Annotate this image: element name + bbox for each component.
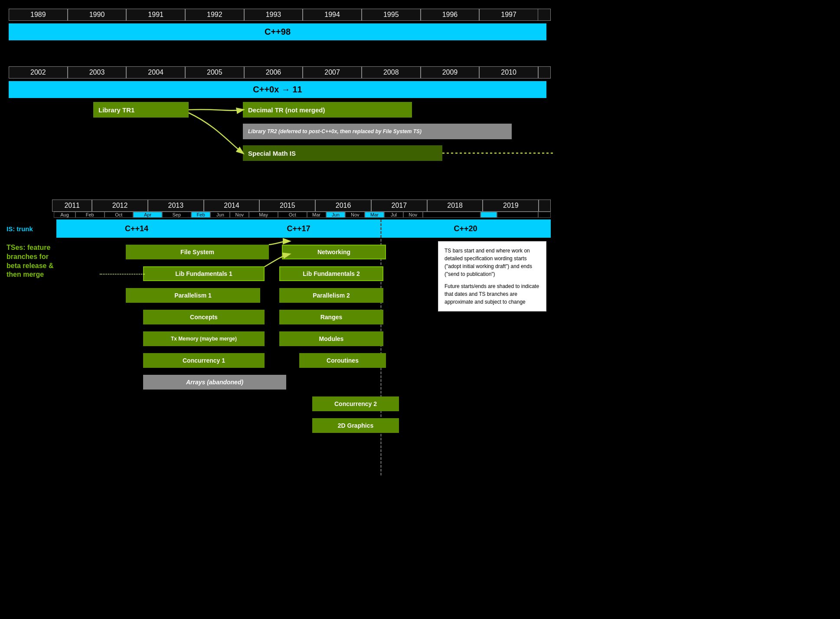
month-feb-2014: Feb: [191, 212, 211, 218]
month-apr-2013: Apr: [133, 212, 162, 218]
month-nov-2016: Nov: [345, 212, 365, 218]
month-jul-2017: Jul: [384, 212, 403, 218]
year-1997: 1997: [479, 9, 538, 21]
coroutines-bar: Coroutines: [299, 353, 386, 368]
year-2019: 2019: [483, 200, 539, 212]
month-sep-2013: Sep: [162, 212, 191, 218]
year-2015: 2015: [259, 200, 315, 212]
year-overflow: [538, 9, 551, 21]
year-1996: 1996: [421, 9, 480, 21]
month-spacer: [4, 212, 54, 218]
section2: 2002 2003 2004 2005 2006 2007 2008 2009 …: [4, 62, 551, 178]
month-mar-2016: Mar: [307, 212, 326, 218]
month-jun-2014: Jun: [210, 212, 230, 218]
year-2013: 2013: [148, 200, 204, 212]
year-2012: 2012: [92, 200, 148, 212]
library-tr1-bar: Library TR1: [93, 102, 189, 118]
legend-box: TS bars start and end where work on deta…: [438, 241, 546, 311]
cpp17-bar: C++17: [217, 219, 380, 238]
year-2018: 2018: [427, 200, 483, 212]
year-2007: 2007: [303, 66, 362, 79]
month-feb-2012: Feb: [75, 212, 105, 218]
section1: 1989 1990 1991 1992 1993 1994 1995 1996 …: [4, 4, 551, 45]
arrays-bar: Arrays (abandoned): [143, 375, 286, 390]
ts-label: TSes: feature branches for beta release …: [4, 241, 56, 471]
library-tr2-bar: Library TR2 (deferred to post-C++0x, the…: [243, 124, 512, 139]
month-nov-2014: Nov: [230, 212, 249, 218]
dotted-line-libfund: [100, 274, 145, 275]
year-1992: 1992: [185, 9, 244, 21]
month-jun-2016: Jun: [326, 212, 346, 218]
cpp20-bar: C++20: [380, 219, 551, 238]
month-2018-empty: [423, 212, 480, 218]
month-aug-2011: Aug: [54, 212, 75, 218]
year-2002: 2002: [9, 66, 68, 79]
is-trunk-label: IS: trunk: [4, 225, 56, 233]
year-2010: 2010: [479, 66, 538, 79]
month-may-2015: May: [249, 212, 278, 218]
decimal-tr-bar: Decimal TR (not merged): [243, 102, 412, 118]
month-oct-2015: Oct: [278, 212, 307, 218]
year-2014: 2014: [204, 200, 260, 212]
month-overflow: [538, 212, 551, 218]
ranges-bar: Ranges: [279, 310, 383, 324]
parallelism-2-bar: Parallelism 2: [279, 288, 383, 303]
month-nov-2017: Nov: [403, 212, 423, 218]
is-trunk-row: IS: trunk C++14 C++17 C++20: [4, 219, 551, 238]
month-2019-empty: [497, 212, 538, 218]
year-2008: 2008: [362, 66, 421, 79]
networking-bar: Networking: [282, 245, 386, 259]
year-2006: 2006: [244, 66, 303, 79]
year-1990: 1990: [68, 9, 127, 21]
month-2019-cyan: [480, 212, 497, 218]
concepts-bar: Concepts: [143, 310, 265, 324]
legend-text-2: Future starts/ends are shaded to indicat…: [445, 282, 540, 306]
month-oct-2012: Oct: [105, 212, 134, 218]
modules-bar: Modules: [279, 331, 383, 346]
year-2010-overflow: [538, 66, 551, 79]
ts-bars-area: File System Networking Lib Fundamentals …: [56, 241, 551, 471]
cpp14-bar: C++14: [56, 219, 217, 238]
cpp0x-bar: C++0x → 11: [9, 81, 546, 98]
concurrency-2-bar: Concurrency 2: [312, 396, 399, 411]
year-2017: 2017: [371, 200, 427, 212]
year-2004: 2004: [126, 66, 185, 79]
section3: 2011 2012 2013 2014 2015 2016 2017 2018 …: [4, 195, 551, 475]
tr-bars-section2: Library TR1 Decimal TR (not merged) Libr…: [9, 100, 551, 174]
year-2003: 2003: [68, 66, 127, 79]
legend-text-1: TS bars start and end where work on deta…: [445, 247, 540, 278]
cpp98-bar: C++98: [9, 23, 546, 40]
year-1995: 1995: [362, 9, 421, 21]
parallelism-1-bar: Parallelism 1: [126, 288, 260, 303]
month-row: Aug Feb Oct Apr Sep Feb Jun Nov May Oct …: [4, 212, 551, 218]
2d-graphics-bar: 2D Graphics: [312, 418, 399, 433]
year-1989: 1989: [9, 9, 68, 21]
file-system-bar: File System: [126, 245, 269, 259]
year-label-spacer: [4, 200, 52, 212]
month-mar-2017: Mar: [365, 212, 384, 218]
year-2016: 2016: [315, 200, 371, 212]
lib-fund-2-bar: Lib Fundamentals 2: [279, 266, 383, 281]
lib-fund-1-bar: Lib Fundamentals 1: [143, 266, 265, 281]
tx-memory-bar: Tx Memory (maybe merge): [143, 331, 265, 346]
year-1993: 1993: [244, 9, 303, 21]
special-math-is-bar: Special Math IS: [243, 145, 442, 161]
concurrency-1-bar: Concurrency 1: [143, 353, 265, 368]
year-2005: 2005: [185, 66, 244, 79]
ts-section: TSes: feature branches for beta release …: [4, 241, 551, 471]
year-1994: 1994: [303, 9, 362, 21]
year-1991: 1991: [126, 9, 185, 21]
year-row-1: 1989 1990 1991 1992 1993 1994 1995 1996 …: [9, 9, 551, 21]
year-row-2: 2002 2003 2004 2005 2006 2007 2008 2009 …: [9, 66, 551, 79]
year-row-3-wrapper: 2011 2012 2013 2014 2015 2016 2017 2018 …: [4, 200, 551, 212]
year-2009: 2009: [421, 66, 480, 79]
year-overflow-3: [539, 200, 551, 212]
year-2011: 2011: [52, 200, 92, 212]
